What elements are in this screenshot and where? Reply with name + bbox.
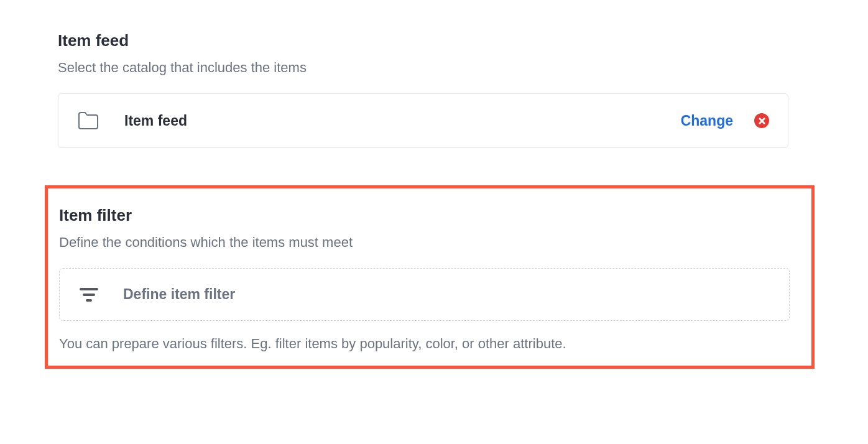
define-item-filter-label: Define item filter (123, 286, 235, 303)
define-item-filter-button[interactable]: Define item filter (59, 268, 790, 321)
filter-icon (78, 287, 99, 303)
remove-feed-button[interactable] (754, 113, 769, 128)
item-filter-subtitle: Define the conditions which the items mu… (59, 234, 800, 251)
item-filter-highlight: Item filter Define the conditions which … (45, 185, 815, 369)
change-button[interactable]: Change (681, 113, 733, 129)
item-filter-hint: You can prepare various filters. Eg. fil… (59, 336, 800, 352)
folder-icon (77, 111, 99, 130)
item-feed-title: Item feed (58, 31, 787, 50)
item-feed-selection-box: Item feed Change (58, 93, 788, 148)
selected-feed-name: Item feed (124, 113, 681, 129)
item-feed-section: Item feed Select the catalog that includ… (58, 31, 787, 148)
item-feed-subtitle: Select the catalog that includes the ite… (58, 60, 787, 76)
item-filter-title: Item filter (59, 206, 800, 225)
